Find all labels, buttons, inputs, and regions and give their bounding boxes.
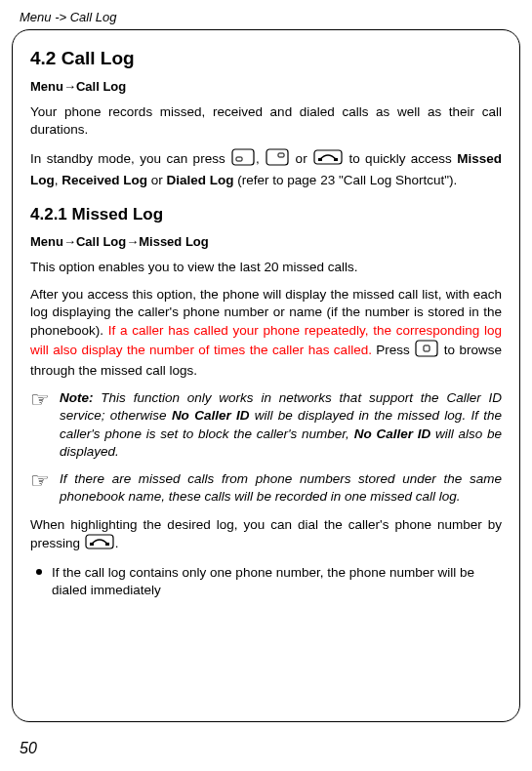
page-number: 50 [20, 740, 37, 757]
section-title-4-2-1: 4.2.1 Missed Log [30, 205, 502, 224]
svg-rect-2 [266, 149, 288, 165]
right-softkey-icon [266, 148, 289, 171]
breadcrumb: Menu -> Call Log [20, 10, 116, 24]
section-title-4-2: 4.2 Call Log [30, 48, 502, 69]
svg-rect-0 [232, 149, 254, 165]
highlight-text: When highlighting the desired log, you c… [30, 516, 502, 554]
standby-text: In standby mode, you can press , or to q… [30, 148, 502, 188]
note-2: ☞ If there are missed calls from phone n… [30, 470, 502, 506]
call-key-icon [85, 534, 114, 554]
intro-4-2-1: This option enables you to view the last… [30, 259, 502, 276]
left-softkey-icon [231, 148, 255, 171]
svg-rect-11 [105, 543, 109, 546]
note-hand-icon: ☞ [30, 389, 50, 411]
menu-path-4-2-1: Menu→Call Log→Missed Log [30, 234, 502, 249]
svg-rect-8 [424, 345, 430, 351]
svg-rect-1 [236, 157, 242, 161]
svg-rect-5 [318, 158, 322, 161]
svg-rect-9 [86, 535, 113, 548]
bullet-1-text: If the call log contains only one phone … [52, 564, 502, 599]
para2-4-2-1: After you access this option, the phone … [30, 286, 502, 380]
svg-rect-7 [416, 341, 437, 356]
intro-4-2: Your phone records missed, received and … [30, 103, 502, 139]
svg-rect-4 [314, 150, 342, 164]
note-2-text: If there are missed calls from phone num… [60, 470, 502, 506]
svg-rect-3 [278, 153, 284, 157]
note-1-text: Note: This function only works in networ… [60, 389, 502, 461]
nav-key-icon [415, 340, 438, 362]
page-header: Menu -> Call Log [0, 0, 532, 29]
svg-rect-10 [90, 543, 94, 546]
menu-path-4-2: Menu→Call Log [30, 79, 502, 94]
svg-rect-6 [334, 158, 338, 161]
bullet-icon [36, 569, 42, 575]
call-key-icon [313, 149, 343, 170]
note-hand-icon: ☞ [30, 470, 50, 492]
bullet-1: If the call log contains only one phone … [30, 564, 502, 599]
content-frame: 4.2 Call Log Menu→Call Log Your phone re… [12, 29, 520, 722]
note-1: ☞ Note: This function only works in netw… [30, 389, 502, 461]
